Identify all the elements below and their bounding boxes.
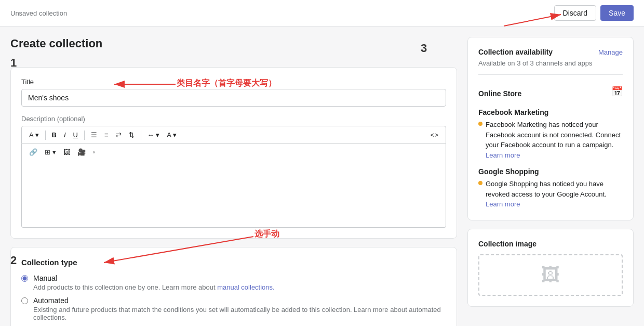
- collection-image-title: Collection image: [478, 240, 623, 248]
- video-button[interactable]: 🎥: [74, 147, 89, 158]
- editor-body[interactable]: [21, 160, 446, 228]
- manual-collections-link[interactable]: manual collections.: [217, 283, 275, 291]
- table-dropdown[interactable]: ⊞ ▾: [42, 147, 59, 158]
- top-bar-actions: Discard Save: [554, 5, 634, 21]
- side-column: Collection availability Manage Available…: [467, 37, 634, 326]
- indent-left-button[interactable]: ⇄: [113, 129, 125, 140]
- online-store-title: Online Store: [478, 89, 521, 98]
- editor-toolbar-row1: A ▾ B I U ☰ ≡ ⇄ ⇅ ↔ ▾ A ▾ <>: [21, 126, 446, 144]
- special-char-button[interactable]: ◦: [90, 147, 99, 158]
- collection-type-title: Collection type: [21, 258, 446, 267]
- facebook-section: Facebook Marketing Facebook Marketing ha…: [478, 108, 623, 160]
- google-learn-more[interactable]: Learn more: [486, 200, 520, 208]
- availability-title: Collection availability: [478, 48, 553, 56]
- availability-header: Collection availability Manage: [478, 48, 623, 56]
- numbered-list-button[interactable]: ≡: [101, 129, 112, 140]
- unsaved-label: Unsaved collection: [10, 9, 67, 17]
- underline-button[interactable]: U: [70, 129, 81, 140]
- image-placeholder-icon: 🖼: [541, 264, 560, 286]
- html-button[interactable]: <>: [427, 129, 441, 140]
- automated-label: Automated: [33, 296, 446, 305]
- automated-option: Automated Existing and future products t…: [21, 296, 446, 321]
- italic-button[interactable]: I: [61, 129, 69, 140]
- title-description-card: Title Description (optional) A ▾ B I U ☰…: [10, 67, 457, 239]
- availability-sub: Available on 3 of 3 channels and apps: [478, 59, 623, 67]
- cn-annotation-1: 类目名字（首字母要大写）: [177, 78, 276, 89]
- image-dropzone[interactable]: 🖼: [478, 254, 623, 296]
- manual-radio[interactable]: [21, 275, 28, 282]
- sep1: [45, 131, 46, 140]
- manage-link[interactable]: Manage: [598, 48, 623, 56]
- save-button[interactable]: Save: [600, 5, 634, 21]
- sep2: [84, 131, 85, 140]
- automated-desc: Existing and future products that match …: [33, 306, 446, 321]
- facebook-learn-more[interactable]: Learn more: [486, 151, 520, 159]
- facebook-notice: Facebook Marketing has noticed your Face…: [486, 120, 623, 160]
- manual-desc: Add products to this collection one by o…: [33, 283, 275, 291]
- annotation-3: 3: [421, 42, 427, 55]
- online-store-row: Online Store 📅: [478, 74, 623, 101]
- bullet-list-button[interactable]: ☰: [88, 129, 100, 140]
- google-title: Google Shopping: [478, 167, 623, 176]
- title-input[interactable]: [21, 89, 446, 107]
- description-label: Description (optional): [21, 115, 446, 123]
- sep3: [141, 131, 141, 140]
- calendar-icon[interactable]: 📅: [611, 86, 623, 97]
- indent-right-button[interactable]: ⇅: [126, 129, 138, 140]
- page-title: Create collection: [10, 37, 457, 50]
- automated-radio[interactable]: [21, 297, 28, 304]
- cn-annotation-2: 选手动: [254, 229, 279, 240]
- manual-label: Manual: [33, 274, 275, 282]
- text-format-dropdown[interactable]: A ▾: [26, 129, 42, 140]
- annotation-1: 1: [10, 56, 17, 70]
- annotation-2: 2: [10, 254, 17, 267]
- editor-toolbar-row2: 🔗 ⊞ ▾ 🖼 🎥 ◦: [21, 144, 446, 160]
- bold-button[interactable]: B: [49, 129, 60, 140]
- manual-option: Manual Add products to this collection o…: [21, 274, 446, 291]
- facebook-bullet: [478, 122, 482, 126]
- google-section: Google Shopping Google Shopping has noti…: [478, 167, 623, 210]
- align-dropdown[interactable]: ↔ ▾: [144, 129, 163, 140]
- facebook-notice-row: Facebook Marketing has noticed your Face…: [478, 120, 623, 160]
- availability-card: Collection availability Manage Available…: [467, 37, 634, 220]
- link-button[interactable]: 🔗: [26, 147, 41, 158]
- collection-image-card: Collection image 🖼: [467, 229, 634, 307]
- collection-type-card: Collection type Manual Add products to t…: [10, 247, 457, 326]
- facebook-title: Facebook Marketing: [478, 108, 623, 116]
- google-notice: Google Shopping has noticed you have rev…: [486, 179, 623, 210]
- image-button[interactable]: 🖼: [60, 147, 73, 158]
- color-dropdown[interactable]: A ▾: [164, 129, 180, 140]
- discard-button[interactable]: Discard: [554, 5, 596, 21]
- google-bullet: [478, 181, 482, 185]
- google-notice-row: Google Shopping has noticed you have rev…: [478, 179, 623, 210]
